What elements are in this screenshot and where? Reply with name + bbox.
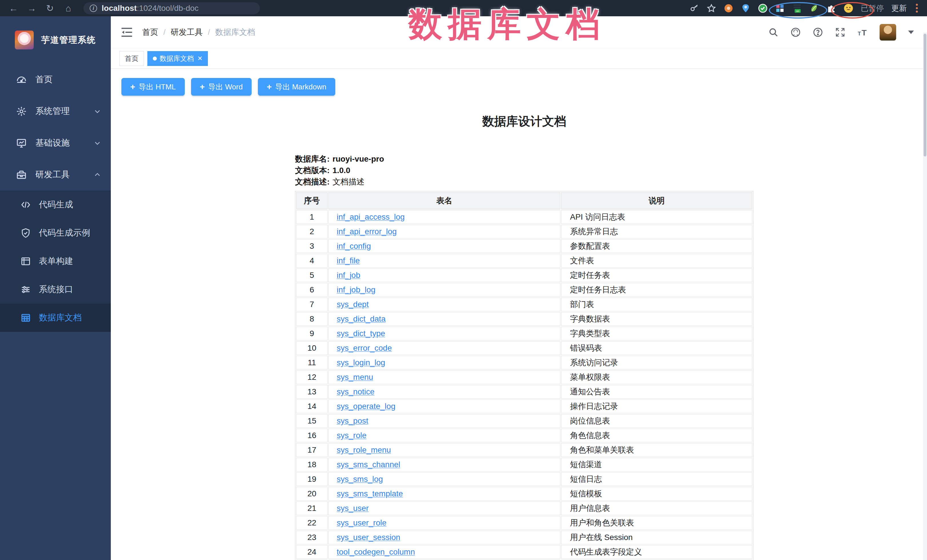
fullscreen-icon[interactable] <box>835 27 845 37</box>
user-menu-caret-icon[interactable] <box>908 30 914 34</box>
plus-icon: + <box>130 82 135 92</box>
breadcrumb-home[interactable]: 首页 <box>142 27 158 38</box>
row-description: 文件表 <box>561 254 752 267</box>
github-icon[interactable] <box>790 27 801 37</box>
password-key-icon[interactable] <box>689 3 699 13</box>
bookmark-star-icon[interactable] <box>707 3 716 13</box>
row-index: 22 <box>296 516 328 530</box>
meta-doc-desc: 文档描述:文档描述 <box>295 176 753 188</box>
extension-orange-icon[interactable] <box>724 3 733 13</box>
plus-icon: + <box>267 82 272 92</box>
table-name-link[interactable]: sys_menu <box>337 373 373 381</box>
table-row: 8 sys_dict_data 字典数据表 <box>296 312 752 326</box>
table-row: 4 inf_file 文件表 <box>296 254 752 267</box>
sidebar-item-db-doc[interactable]: 数据库文档 <box>0 304 111 332</box>
scrollbar-thumb[interactable] <box>924 34 926 156</box>
address-bar[interactable]: i localhost:1024/tool/db-doc <box>84 2 260 14</box>
browser-home-icon[interactable]: ⌂ <box>64 3 73 13</box>
col-header-name: 表名 <box>328 192 560 209</box>
table-row: 24 tool_codegen_column 代码生成表字段定义 <box>296 545 752 559</box>
table-name-link[interactable]: sys_role <box>337 431 366 440</box>
table-name-link[interactable]: sys_role_menu <box>337 446 391 454</box>
emoji-extension-icon[interactable] <box>843 3 853 13</box>
browser-back-icon[interactable]: ← <box>9 3 18 13</box>
sidebar-item-home[interactable]: 首页 <box>0 64 111 96</box>
extension-pin-icon[interactable] <box>741 3 751 13</box>
row-index: 6 <box>296 283 328 297</box>
table-name-link[interactable]: sys_user_session <box>337 533 400 542</box>
table-name-link[interactable]: sys_dept <box>337 300 369 309</box>
chevron-up-icon <box>94 171 101 179</box>
extension-green-icon[interactable] <box>809 3 819 13</box>
table-name-link[interactable]: sys_sms_channel <box>337 460 400 469</box>
table-name-link[interactable]: sys_dict_data <box>337 314 386 323</box>
row-index: 3 <box>296 239 328 253</box>
table-name-link[interactable]: inf_api_error_log <box>337 227 397 236</box>
table-name-link[interactable]: sys_notice <box>337 387 374 396</box>
table-name-link[interactable]: sys_user_role <box>337 518 386 527</box>
table-name-link[interactable]: sys_operate_log <box>337 402 395 411</box>
extension-grid-icon[interactable] <box>775 3 785 13</box>
row-index: 19 <box>296 472 328 486</box>
table-name-link[interactable]: inf_api_access_log <box>337 212 405 221</box>
sidebar-item-codegen[interactable]: 代码生成 <box>0 190 111 219</box>
top-navbar: 首页 / 研发工具 / 数据库文档 T <box>111 16 927 48</box>
help-icon[interactable] <box>813 27 823 37</box>
col-header-index: 序号 <box>296 192 328 209</box>
tag-close-icon[interactable]: ✕ <box>198 55 202 62</box>
table-name-link[interactable]: inf_job <box>337 271 360 279</box>
table-row: 16 sys_role 角色信息表 <box>296 429 752 442</box>
app-logo-row[interactable]: 芋道管理系统 <box>0 16 111 64</box>
table-name-link[interactable]: sys_sms_template <box>337 489 403 498</box>
row-description: 用户信息表 <box>561 501 752 515</box>
browser-forward-icon[interactable]: → <box>27 3 36 13</box>
export-toolbar: + 导出 HTML + 导出 Word + 导出 Markdown <box>122 78 927 96</box>
table-row: 23 sys_user_session 用户在线 Session <box>296 531 752 544</box>
table-name-link[interactable]: sys_login_log <box>337 358 385 367</box>
browser-menu-icon[interactable] <box>914 4 919 12</box>
sidebar-item-form-builder[interactable]: 表单构建 <box>0 247 111 275</box>
table-name-link[interactable]: inf_config <box>337 241 371 250</box>
row-description: 短信日志 <box>561 472 752 486</box>
row-description: 代码生成表字段定义 <box>561 545 752 559</box>
table-name-link[interactable]: sys_dict_type <box>337 329 385 338</box>
sidebar-item-label: 数据库文档 <box>39 312 82 323</box>
update-button[interactable]: 更新 <box>891 3 907 14</box>
site-info-icon[interactable]: i <box>90 5 97 12</box>
table-row: 7 sys_dept 部门表 <box>296 297 752 311</box>
tag-home[interactable]: 首页 <box>119 51 144 66</box>
table-name-link[interactable]: inf_job_log <box>337 285 375 294</box>
row-description: 通知公告表 <box>561 385 752 399</box>
sidebar-collapse-icon[interactable] <box>121 27 132 37</box>
table-name-link[interactable]: sys_error_code <box>337 343 392 352</box>
export-html-button[interactable]: + 导出 HTML <box>122 78 185 96</box>
table-name-link[interactable]: inf_file <box>337 256 360 265</box>
tag-db-doc[interactable]: 数据库文档 ✕ <box>147 51 208 66</box>
extension-puzzle-icon[interactable] <box>827 3 836 13</box>
user-avatar[interactable] <box>880 24 896 41</box>
extension-stack-on-icon[interactable]: on <box>792 3 802 13</box>
breadcrumb-devtools[interactable]: 研发工具 <box>171 27 203 38</box>
extension-check-icon[interactable] <box>758 3 767 13</box>
export-word-button[interactable]: + 导出 Word <box>191 78 252 96</box>
page-scrollbar[interactable] <box>923 33 927 560</box>
font-size-icon[interactable]: TT <box>857 27 868 37</box>
sidebar-item-devtools[interactable]: 研发工具 <box>0 159 111 190</box>
table-name-link[interactable]: tool_codegen_column <box>337 548 415 556</box>
sidebar-item-codegen-example[interactable]: 代码生成示例 <box>0 219 111 247</box>
sidebar-item-label: 代码生成 <box>39 199 73 211</box>
sidebar-item-system[interactable]: 系统管理 <box>0 96 111 127</box>
row-description: 定时任务日志表 <box>561 283 752 297</box>
search-icon[interactable] <box>768 27 778 37</box>
paused-badge: 已暂停 <box>861 3 884 14</box>
row-index: 17 <box>296 443 328 457</box>
row-description: 短信渠道 <box>561 458 752 472</box>
export-markdown-button[interactable]: + 导出 Markdown <box>258 78 335 96</box>
table-name-link[interactable]: sys_post <box>337 416 368 425</box>
browser-reload-icon[interactable]: ↻ <box>45 3 55 13</box>
sidebar-item-system-api[interactable]: 系统接口 <box>0 275 111 304</box>
sidebar-item-infra[interactable]: 基础设施 <box>0 127 111 159</box>
table-row: 19 sys_sms_log 短信日志 <box>296 472 752 486</box>
table-name-link[interactable]: sys_user <box>337 504 369 513</box>
table-name-link[interactable]: sys_sms_log <box>337 475 383 484</box>
